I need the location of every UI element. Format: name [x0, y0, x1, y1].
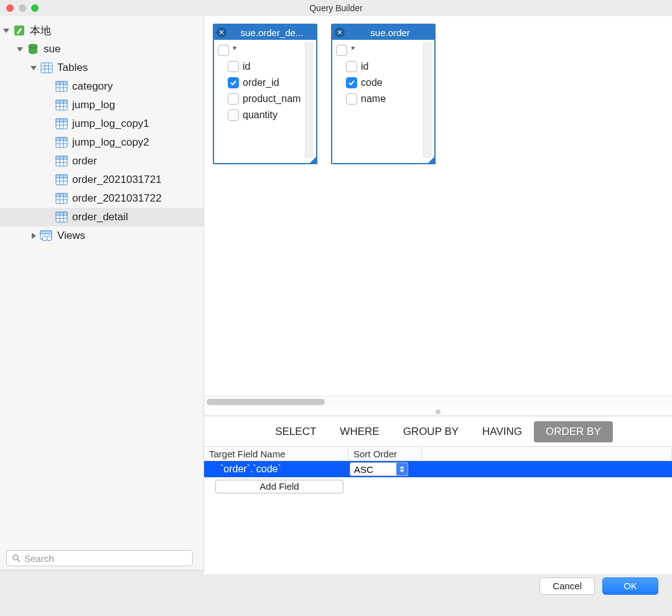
svg-rect-27	[56, 138, 67, 141]
select-stepper-icon[interactable]	[396, 463, 408, 475]
cancel-button[interactable]: Cancel	[539, 577, 595, 595]
svg-point-55	[42, 236, 47, 241]
column-sort-order[interactable]: Sort Order	[348, 447, 422, 460]
resize-handle[interactable]	[427, 156, 436, 164]
checkbox[interactable]	[346, 93, 357, 105]
field-row[interactable]: name	[335, 91, 423, 107]
svg-marker-0	[3, 29, 9, 33]
object-tree: 本地 sue Tables	[0, 16, 203, 546]
table-label: order	[72, 155, 97, 167]
field-name: product_nam	[243, 93, 301, 105]
tab-order-by[interactable]: ORDER BY	[534, 421, 613, 442]
grid-header: Target Field Name Sort Order	[204, 446, 672, 461]
field-row[interactable]: code	[335, 75, 423, 91]
table-node[interactable]: jump_log_copy1	[0, 114, 203, 133]
tables-folder-icon	[40, 62, 54, 74]
table-node[interactable]: order_2021031721	[0, 170, 203, 189]
target-field-value[interactable]: `order`.`code`	[204, 464, 348, 475]
field-row[interactable]: quantity	[217, 107, 305, 123]
checkbox[interactable]	[228, 93, 239, 105]
search-input[interactable]: Search	[6, 550, 193, 566]
chevron-right-icon[interactable]	[30, 232, 37, 240]
svg-rect-22	[56, 119, 67, 122]
field-name: code	[361, 77, 383, 88]
clause-tabs: SELECT WHERE GROUP BY HAVING ORDER BY	[204, 416, 672, 446]
checkbox[interactable]	[228, 110, 239, 121]
field-name: id	[361, 61, 368, 72]
table-card-order[interactable]: sue.order * id code name	[331, 24, 436, 164]
connection-node[interactable]: 本地	[0, 21, 203, 40]
order-by-row[interactable]: `order`.`code` ASC	[204, 461, 672, 477]
field-row[interactable]: id	[335, 58, 423, 75]
tab-select[interactable]: SELECT	[263, 421, 328, 442]
checkbox[interactable]	[218, 45, 229, 56]
table-icon	[55, 136, 68, 149]
chevron-down-icon[interactable]	[16, 45, 24, 53]
checkbox-checked[interactable]	[346, 77, 357, 88]
views-folder[interactable]: Views	[0, 226, 203, 245]
field-row[interactable]: *	[217, 42, 305, 58]
svg-line-57	[17, 559, 20, 562]
database-icon	[26, 43, 40, 55]
chevron-down-icon[interactable]	[2, 27, 10, 34]
table-label: order_2021031721	[72, 174, 162, 186]
table-node[interactable]: order_2021031722	[0, 189, 203, 208]
column-target-field[interactable]: Target Field Name	[204, 447, 348, 460]
search-placeholder: Search	[24, 553, 54, 564]
scrollbar-thumb[interactable]	[207, 399, 325, 405]
tab-having[interactable]: HAVING	[470, 421, 534, 442]
query-canvas[interactable]: sue.order_de... * id order_id product_na…	[204, 16, 672, 416]
tables-folder[interactable]: Tables	[0, 58, 203, 77]
clauses-panel: SELECT WHERE GROUP BY HAVING ORDER BY Ta…	[204, 416, 672, 574]
table-label: order_detail	[72, 211, 128, 223]
close-icon[interactable]	[217, 27, 226, 37]
ok-button[interactable]: OK	[602, 577, 658, 595]
chevron-down-icon[interactable]	[30, 64, 37, 72]
svg-rect-12	[56, 82, 67, 85]
checkbox[interactable]	[346, 61, 357, 72]
svg-rect-53	[40, 231, 52, 234]
resize-handle[interactable]	[309, 156, 317, 164]
field-row[interactable]: *	[335, 42, 423, 58]
checkbox-checked[interactable]	[228, 77, 239, 88]
svg-marker-5	[30, 66, 37, 70]
table-label: category	[72, 80, 113, 93]
svg-rect-17	[56, 100, 67, 103]
field-name: quantity	[243, 110, 278, 121]
table-icon	[55, 118, 68, 130]
field-row[interactable]: product_nam	[217, 91, 305, 107]
table-node[interactable]: jump_log	[0, 96, 203, 114]
scrollbar[interactable]	[305, 42, 314, 158]
table-node[interactable]: order	[0, 152, 203, 170]
close-icon[interactable]	[335, 27, 345, 37]
sort-order-select[interactable]: ASC	[350, 462, 408, 476]
table-node-selected[interactable]: order_detail	[0, 208, 203, 226]
horizontal-scrollbar[interactable]	[204, 396, 672, 407]
sort-order-value: ASC	[354, 464, 373, 475]
checkbox[interactable]	[336, 45, 347, 56]
tab-where[interactable]: WHERE	[328, 421, 391, 442]
table-icon	[55, 211, 68, 223]
svg-marker-51	[32, 233, 36, 239]
svg-rect-32	[56, 156, 67, 159]
views-folder-label: Views	[57, 230, 85, 242]
database-node[interactable]: sue	[0, 40, 203, 58]
table-node[interactable]: category	[0, 77, 203, 96]
svg-point-56	[13, 555, 18, 560]
table-icon	[55, 192, 68, 205]
tab-group-by[interactable]: GROUP BY	[391, 421, 470, 442]
field-row[interactable]: order_id	[217, 75, 305, 91]
dialog-footer: Cancel OK	[0, 570, 672, 601]
field-name: *	[351, 45, 355, 56]
add-field-button[interactable]: Add Field	[215, 480, 343, 493]
field-row[interactable]: id	[217, 58, 305, 75]
checkbox[interactable]	[228, 61, 239, 72]
table-card-order-detail[interactable]: sue.order_de... * id order_id product_na…	[213, 24, 317, 164]
scrollbar[interactable]	[423, 42, 432, 158]
titlebar: Query Builder	[0, 0, 672, 16]
table-icon	[55, 155, 68, 167]
svg-marker-63	[399, 470, 404, 472]
splitter-dot-icon[interactable]	[436, 409, 441, 414]
table-node[interactable]: jump_log_copy2	[0, 133, 203, 152]
views-icon	[40, 230, 54, 242]
